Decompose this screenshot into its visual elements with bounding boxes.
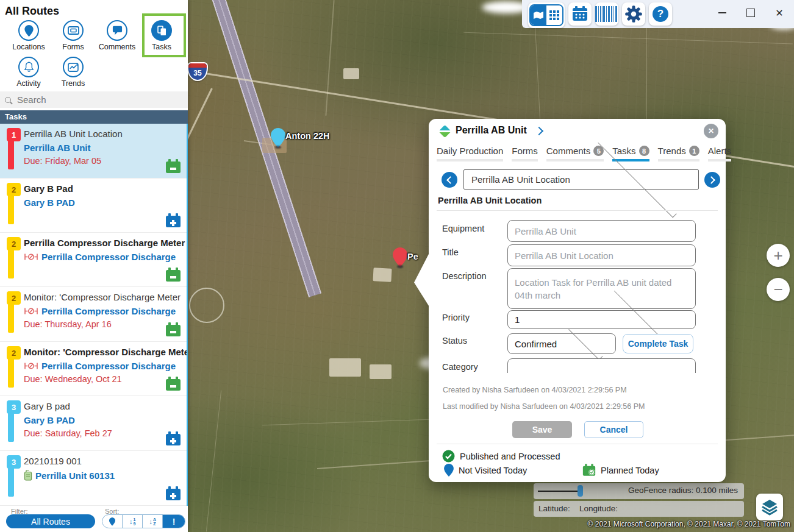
previous-task-button[interactable] bbox=[442, 172, 457, 188]
map-marker-anton[interactable]: Anton 22H bbox=[271, 128, 285, 150]
sidebar-item-locations[interactable]: Locations bbox=[9, 20, 48, 51]
well-pad bbox=[329, 358, 361, 377]
priority-flag: 2 bbox=[8, 183, 14, 224]
settings-button[interactable] bbox=[622, 2, 645, 26]
geofence-slider-track[interactable] bbox=[538, 491, 581, 492]
meter-icon bbox=[24, 362, 38, 370]
equipment-field[interactable] bbox=[507, 220, 696, 242]
grid-view-button[interactable] bbox=[546, 5, 562, 25]
window-maximize-button[interactable] bbox=[742, 4, 760, 22]
latitude-label: Latitude: bbox=[538, 504, 570, 513]
filter-all-routes-button[interactable]: All Routes bbox=[6, 514, 95, 528]
help-button[interactable]: ? bbox=[649, 2, 672, 26]
equipment-label: Equipment bbox=[442, 224, 484, 233]
sidebar-item-comments[interactable]: Comments bbox=[98, 20, 137, 51]
list-scroll-edge[interactable] bbox=[187, 124, 188, 506]
map-layers-button[interactable] bbox=[756, 494, 783, 520]
task-list-item[interactable]: 1 Perrilla AB Unit Location Perrilla AB … bbox=[0, 124, 188, 179]
sort-by-location-button[interactable] bbox=[102, 514, 123, 528]
location-logo-icon bbox=[438, 125, 451, 138]
sidebar-item-trends[interactable]: Trends bbox=[54, 57, 93, 88]
tab-daily-production[interactable]: Daily Production bbox=[437, 146, 503, 161]
chevron-left-icon bbox=[446, 176, 454, 184]
task-list-item[interactable]: 2 Gary B Pad Gary B PAD bbox=[0, 179, 188, 233]
maximize-icon bbox=[746, 9, 755, 17]
zoom-out-button[interactable]: − bbox=[767, 278, 790, 301]
task-list-item[interactable]: 2 Monitor: 'Compressor Discharge Meter P… bbox=[0, 342, 188, 396]
map-marker-perrilla[interactable]: Pe bbox=[393, 247, 407, 269]
description-field[interactable] bbox=[507, 268, 696, 309]
expand-chevron-icon[interactable] bbox=[535, 127, 543, 135]
task-list-item[interactable]: 3 Gary B pad Gary B PAD Due: Saturday, F… bbox=[0, 396, 188, 451]
tab-trends[interactable]: Trends1 bbox=[658, 146, 699, 161]
map-pin-icon bbox=[271, 128, 285, 147]
priority-flag: 3 bbox=[8, 400, 14, 442]
description-label: Description bbox=[442, 271, 487, 281]
tank-icon bbox=[24, 470, 32, 481]
remove-from-schedule-button[interactable] bbox=[165, 322, 181, 337]
tab-comments[interactable]: Comments5 bbox=[546, 146, 604, 161]
map-view-button[interactable] bbox=[531, 5, 546, 25]
geofence-slider-handle[interactable] bbox=[578, 485, 583, 497]
popup-tabs: Daily Production Forms Comments5 Tasks8 … bbox=[437, 146, 740, 161]
add-to-schedule-button[interactable] bbox=[165, 213, 181, 228]
status-dropdown[interactable]: Confirmed bbox=[507, 333, 616, 354]
map-circle-feature bbox=[189, 288, 224, 323]
task-list-item[interactable]: 2 Monitor: 'Compressor Discharge Meter P… bbox=[0, 287, 188, 342]
comment-icon bbox=[112, 26, 123, 35]
remove-from-schedule-button[interactable] bbox=[165, 159, 181, 174]
remove-from-schedule-button[interactable] bbox=[165, 268, 181, 282]
modified-by-text: Last modified by Nisha Sarfudeen on 4/03… bbox=[443, 402, 645, 411]
sidebar-item-activity[interactable]: Activity bbox=[9, 57, 48, 88]
calendar-button[interactable] bbox=[568, 2, 592, 26]
sort-alpha-button[interactable]: ↓ AZ bbox=[142, 514, 163, 528]
task-form: Equipment Title Description Priority 1 S… bbox=[429, 213, 726, 373]
window-close-button[interactable]: ✕ bbox=[770, 4, 789, 22]
window-minimize-button[interactable] bbox=[713, 4, 731, 22]
pin-icon bbox=[109, 517, 115, 526]
add-to-schedule-button[interactable] bbox=[165, 486, 181, 501]
zoom-in-button[interactable]: + bbox=[767, 244, 790, 267]
trends-chart-icon bbox=[68, 63, 79, 72]
task-selector-dropdown[interactable]: Perrilla AB Unit Location bbox=[463, 169, 699, 190]
sort-numeric-button[interactable]: ↓ 19 bbox=[122, 514, 143, 528]
add-to-schedule-button[interactable] bbox=[165, 431, 181, 446]
tab-forms[interactable]: Forms bbox=[512, 146, 538, 161]
calendar-minus-icon bbox=[165, 268, 181, 282]
save-button[interactable]: Save bbox=[512, 421, 572, 438]
priority-flag: 3 bbox=[8, 455, 14, 497]
grid-icon bbox=[549, 10, 559, 20]
tasks-count-badge: 8 bbox=[639, 146, 649, 156]
priority-flag: 2 bbox=[8, 237, 14, 278]
published-check-icon bbox=[442, 450, 455, 463]
well-pad bbox=[370, 364, 392, 379]
search-icon bbox=[5, 97, 11, 103]
cancel-button[interactable]: Cancel bbox=[584, 421, 643, 438]
complete-task-button[interactable]: Complete Task bbox=[623, 334, 693, 353]
title-field[interactable] bbox=[507, 244, 696, 266]
calendar-plus-icon bbox=[165, 486, 181, 501]
next-task-button[interactable] bbox=[704, 172, 720, 188]
calendar-minus-icon bbox=[165, 159, 181, 174]
sort-button-group: ↓ 19 ↓ AZ ! bbox=[102, 514, 185, 528]
category-field[interactable] bbox=[507, 358, 696, 373]
sort-priority-button[interactable]: ! bbox=[162, 514, 185, 528]
well-pad bbox=[343, 68, 359, 79]
tab-alerts[interactable]: Alerts bbox=[708, 146, 731, 161]
longitude-label: Longitude: bbox=[579, 504, 618, 513]
barcode-button[interactable] bbox=[595, 2, 618, 26]
calendar-minus-icon bbox=[165, 322, 181, 337]
minimize-icon bbox=[718, 12, 726, 13]
priority-flag: 2 bbox=[8, 291, 14, 333]
priority-dropdown[interactable]: 1 bbox=[507, 310, 696, 329]
search-input[interactable] bbox=[16, 94, 171, 105]
popup-title: Perrilla AB Unit bbox=[456, 125, 527, 136]
popup-close-button[interactable]: ✕ bbox=[704, 124, 718, 138]
sidebar-item-tasks[interactable]: Tasks bbox=[142, 20, 181, 51]
remove-from-schedule-button[interactable] bbox=[165, 377, 181, 391]
bell-icon bbox=[24, 62, 34, 73]
sidebar-item-forms[interactable]: Forms bbox=[54, 20, 93, 51]
task-list-item[interactable]: 2 Perrilla Compressor Discharge Meter Pe… bbox=[0, 233, 188, 287]
task-list-item[interactable]: 3 20210119 001 Perrilla Unit 60131 bbox=[0, 451, 188, 506]
title-label: Title bbox=[442, 247, 459, 257]
